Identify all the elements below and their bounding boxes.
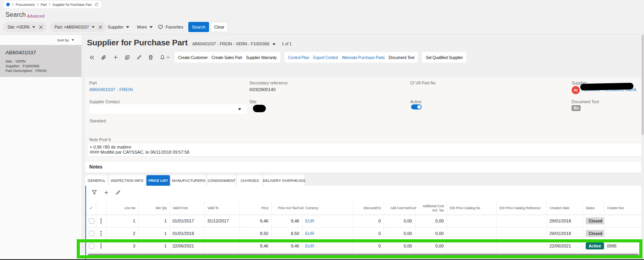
scrollbar-thumb[interactable] — [642, 35, 644, 135]
supplier-contact-combobox[interactable] — [89, 104, 247, 114]
command-button[interactable]: Control Plan — [286, 55, 311, 60]
cell-valid_to: 31/12/2017 — [204, 215, 240, 227]
chevron-down-icon[interactable] — [272, 43, 276, 45]
collapse-icon[interactable] — [86, 55, 98, 60]
command-button[interactable]: Document Text — [386, 55, 416, 60]
sort-by-button[interactable]: Sort by — [54, 37, 78, 43]
table-row: 1101/01/201731/12/20179,469,46EUR00,000,… — [86, 215, 644, 227]
record-count: 1 of 1 — [282, 42, 292, 46]
home-dot-icon[interactable] — [6, 3, 10, 6]
cell-line_no: 1 — [106, 215, 138, 227]
delete-icon[interactable] — [145, 55, 157, 60]
active-toggle[interactable] — [411, 104, 422, 109]
column-header-line_no[interactable]: Line No — [106, 201, 138, 215]
breadcrumb-item[interactable]: Part — [41, 3, 47, 7]
tab-price-list[interactable]: PRICE LIST — [146, 175, 170, 186]
column-header-creator[interactable]: Creator line — [604, 201, 644, 215]
column-header-discount[interactable]: Discount(%) — [353, 201, 384, 215]
column-header-add_cost[interactable]: Add Cost Net/Curr — [384, 201, 415, 215]
tab-general[interactable]: GENERAL — [85, 175, 108, 186]
filter-chip[interactable]: Part: =AB60401037 — [50, 22, 106, 32]
column-header-addl_cost[interactable]: Additional CostIncl. Tax — [415, 201, 447, 215]
column-header-valid_to[interactable]: Valid To — [204, 201, 240, 215]
filter-icon[interactable] — [92, 190, 97, 195]
vertical-scrollbar[interactable] — [641, 35, 644, 260]
cell-discount: 0 — [353, 227, 384, 240]
duplicate-icon[interactable] — [121, 55, 133, 60]
document-text-badge: No — [572, 105, 581, 111]
row-menu-icon[interactable] — [96, 227, 106, 240]
remove-filter-icon[interactable] — [38, 25, 43, 30]
cell-creation_date: 29/01/2018 — [547, 227, 583, 240]
column-header-status[interactable]: Status — [583, 201, 604, 215]
tab-charges[interactable]: CHARGES — [237, 175, 263, 186]
search-button[interactable]: Search — [188, 22, 209, 32]
currency-link[interactable]: EUR — [305, 231, 314, 236]
column-header-valid_from[interactable]: Valid From — [170, 201, 204, 215]
cell-line_no: 2 — [106, 227, 138, 240]
command-button[interactable]: Create Customer — [176, 55, 209, 60]
notes-group-header[interactable]: Notes — [85, 161, 644, 172]
column-header-min_qty[interactable]: Min Qty — [138, 201, 170, 215]
column-header-edi_ref[interactable]: EDI Price Catalog Reference — [496, 201, 547, 215]
result-card-field: Part Description:FREIN — [5, 68, 76, 73]
remove-filter-icon[interactable] — [98, 25, 103, 30]
clear-button[interactable]: Clear — [211, 22, 228, 32]
tab-inspection-info[interactable]: INSPECTION INFO — [109, 175, 145, 186]
part-link[interactable]: AB60401037 - FREIN — [89, 87, 133, 92]
add-row-icon[interactable] — [104, 190, 109, 195]
page-title: Supplier for Purchase Part — [87, 38, 188, 47]
record-selector[interactable]: AB60401037 - FREIN - VERN - F1000368 — [192, 41, 269, 46]
add-icon[interactable] — [110, 55, 121, 60]
column-header-edi_no[interactable]: EDI Price Catalog No — [447, 201, 496, 215]
filter-chip-label: Site: =VERN — [7, 25, 29, 29]
result-card[interactable]: AB60401037 Site:VERN Supplier:F1000368 P… — [0, 45, 81, 77]
bell-chevron-icon[interactable] — [166, 55, 170, 59]
chevron-down-icon[interactable] — [32, 26, 35, 28]
field-label-secondary-reference: Secondary reference — [249, 81, 287, 85]
currency-link[interactable]: EUR — [305, 219, 314, 223]
column-header-price_incl[interactable]: Price Incl Tax/Curr — [271, 201, 302, 215]
field-label-active: Active — [410, 99, 422, 104]
breadcrumb-item[interactable]: Supplier for Purchase Part — [52, 3, 92, 7]
table-toolbar — [92, 190, 121, 195]
supplier-filter-dropdown[interactable]: Supplier — [108, 22, 129, 32]
cell-currency: EUR — [302, 215, 353, 227]
cell-edi_no — [447, 227, 496, 240]
tab-consignment[interactable]: CONSIGNMENT — [207, 175, 236, 186]
select-all-header[interactable] — [86, 201, 96, 215]
refresh-icon[interactable] — [94, 2, 99, 7]
top-search-panel: ProcurementPartSupplier for Purchase Par… — [0, 0, 644, 34]
redaction-site-value — [253, 105, 266, 112]
command-button[interactable]: Create Sales Part — [209, 55, 244, 60]
breadcrumb-item[interactable]: Procurement — [16, 3, 35, 7]
column-header-currency[interactable]: Currency — [302, 201, 353, 215]
field-label-note-post-it: Note Post It — [89, 137, 111, 142]
filter-chip[interactable]: Site: =VERN — [3, 22, 47, 32]
chevron-down-icon[interactable] — [92, 26, 94, 28]
column-header-price[interactable]: Price — [240, 201, 271, 215]
command-button[interactable]: Supplier Warranty — [244, 55, 279, 60]
annotation-highlight-box — [77, 239, 642, 258]
attachment-icon[interactable] — [98, 55, 110, 60]
row-checkbox[interactable] — [86, 215, 96, 227]
command-button[interactable]: Export Control — [311, 55, 340, 60]
edit-icon[interactable] — [133, 55, 145, 60]
column-header-creation_date[interactable]: Creation Date — [547, 201, 583, 215]
command-button[interactable]: Alternate Purchase Parts — [340, 55, 387, 60]
field-label-standard: Standard — [89, 118, 106, 123]
favorites-button[interactable]: Favorites — [158, 22, 183, 32]
breadcrumb-separator-icon — [36, 3, 40, 6]
command-button[interactable]: Set Qualified Supplier — [424, 55, 465, 60]
row-checkbox[interactable] — [86, 227, 96, 240]
sort-by-label: Sort by — [57, 38, 69, 42]
note-post-it-textarea[interactable]: + 0,96 \'80 de matière #### Modifié par … — [87, 143, 642, 157]
chevron-down-icon — [72, 39, 74, 41]
more-filter-dropdown[interactable]: More — [137, 22, 153, 32]
status-badge: Closed — [586, 230, 604, 237]
advanced-search-link[interactable]: Advanced — [27, 14, 44, 18]
tab-delivery-overheads[interactable]: DELIVERY OVERHEADS — [264, 175, 304, 186]
tab-manufacturers[interactable]: MANUFACTURERS — [171, 175, 206, 186]
edit-row-icon[interactable] — [115, 190, 121, 195]
row-menu-icon[interactable] — [96, 215, 106, 227]
